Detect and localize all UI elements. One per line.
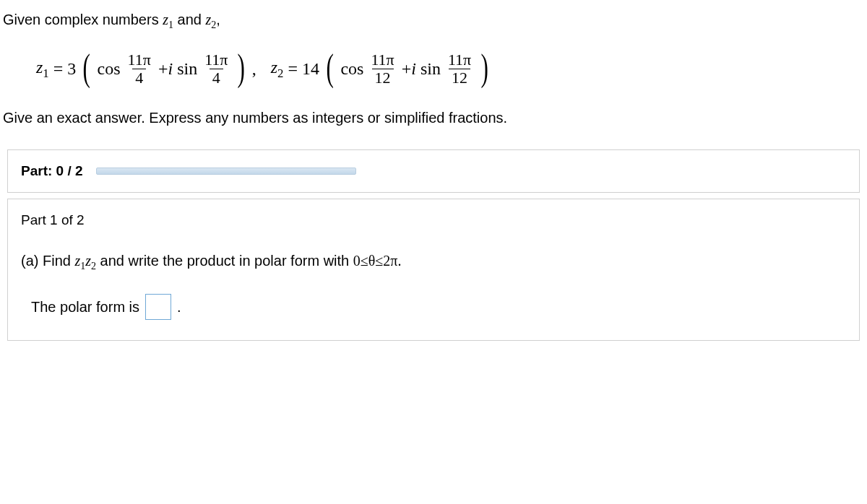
q-z2: z2	[85, 253, 96, 269]
z1-coef: 3	[67, 59, 76, 79]
q-z1: z1	[74, 253, 85, 269]
polar-form-input[interactable]	[145, 294, 171, 320]
answer-instruction: Give an exact answer. Express any number…	[0, 104, 867, 141]
progress-bar	[96, 168, 356, 175]
z1-frac-1: 11π 4	[126, 51, 152, 87]
eq-sign-1: =	[53, 59, 64, 79]
formula-display: z1 = 3 ( cos 11π 4 +i sin 11π 4 ) , z2 =…	[0, 37, 867, 104]
answer-label: The polar form is	[31, 299, 139, 316]
problem-intro: Given complex numbers z1 and z2,	[0, 0, 867, 37]
part-title: Part 1 of 2	[21, 212, 846, 228]
z1-formula-var: z1	[36, 58, 49, 81]
plus-isin-2: +i sin	[402, 59, 441, 79]
part-progress-label: Part: 0 / 2	[21, 163, 83, 179]
part-progress-container: Part: 0 / 2	[7, 149, 860, 193]
q-range: 0≤θ≤2π.	[353, 253, 402, 269]
q-prefix: (a) Find	[21, 253, 74, 269]
answer-line: The polar form is .	[21, 294, 846, 320]
answer-suffix: .	[177, 299, 181, 316]
question-text: (a) Find z1z2 and write the product in p…	[21, 253, 846, 272]
plus-isin-1: +i sin	[158, 59, 197, 79]
z2-coef: 14	[302, 59, 319, 79]
z1-var: z1	[163, 12, 173, 27]
z2-var: z2	[205, 12, 216, 27]
intro-prefix: Given complex numbers	[3, 12, 163, 27]
z2-formula-var: z2	[271, 58, 284, 81]
intro-suffix: ,	[216, 12, 220, 27]
eq-sign-2: =	[288, 59, 298, 79]
part-1-container: Part 1 of 2 (a) Find z1z2 and write the …	[7, 199, 860, 341]
intro-mid: and	[173, 12, 205, 27]
z2-frac-2: 11π 12	[447, 51, 473, 87]
comma: ,	[252, 59, 256, 79]
q-mid: and write the product in polar form with	[96, 253, 353, 269]
cos-2: cos	[340, 59, 363, 79]
z2-frac-1: 11π 12	[369, 51, 395, 87]
cos-1: cos	[98, 59, 121, 79]
z1-frac-2: 11π 4	[203, 51, 229, 87]
